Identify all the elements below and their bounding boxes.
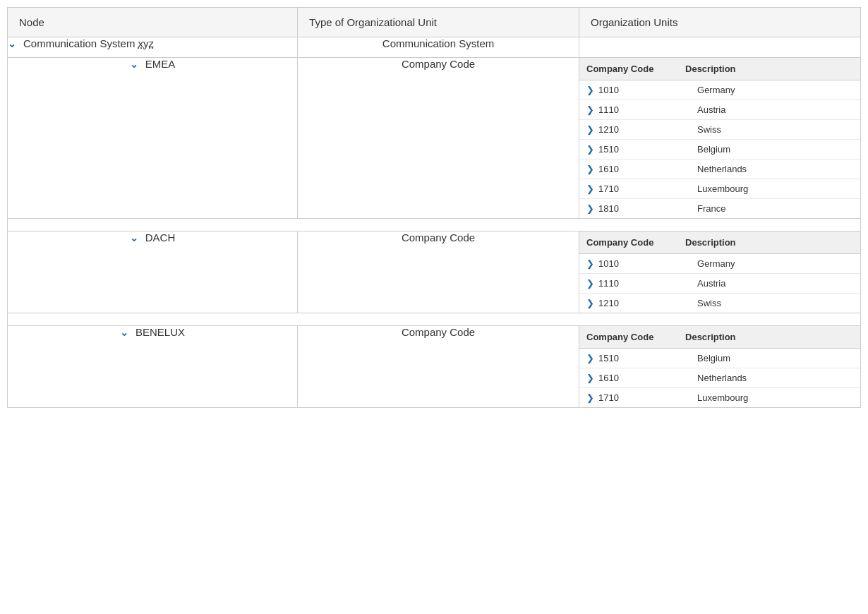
- type-cell-benelux: Company Code: [298, 326, 579, 408]
- org-unit-row: ❯ 1010 Germany: [579, 254, 860, 274]
- org-unit-description: Swiss: [697, 298, 853, 308]
- org-unit-code: 1610: [598, 164, 697, 174]
- table-row-dach: ⌄ DACH Company Code Company Code Descrip…: [8, 231, 861, 313]
- org-code-header: Company Code: [586, 64, 685, 74]
- type-label-comm-system: Communication System: [382, 37, 494, 49]
- chevron-right-icon[interactable]: ❯: [586, 258, 594, 269]
- node-cell-comm-system: ⌄ Communication System xyz: [8, 37, 298, 58]
- chevron-right-icon[interactable]: ❯: [586, 144, 594, 155]
- node-label-benelux: BENELUX: [135, 326, 185, 338]
- chevron-right-icon[interactable]: ❯: [586, 278, 594, 289]
- org-unit-description: Germany: [697, 85, 853, 95]
- chevron-right-icon[interactable]: ❯: [586, 203, 594, 214]
- org-units-header-dach: Company Code Description: [579, 231, 860, 254]
- org-unit-description: Netherlands: [697, 373, 853, 383]
- chevron-down-icon[interactable]: ⌄: [130, 59, 138, 70]
- org-unit-code: 1510: [598, 144, 697, 155]
- org-unit-row: ❯ 1510 Belgium: [579, 140, 860, 159]
- chevron-right-icon[interactable]: ❯: [586, 183, 594, 194]
- chevron-right-icon[interactable]: ❯: [586, 104, 594, 115]
- chevron-right-icon[interactable]: ❯: [586, 124, 594, 135]
- org-unit-row: ❯ 1510 Belgium: [579, 349, 860, 368]
- col-header-type: Type of Organizational Unit: [298, 8, 579, 37]
- chevron-right-icon[interactable]: ❯: [586, 298, 594, 308]
- chevron-right-icon[interactable]: ❯: [586, 164, 594, 174]
- org-unit-description: Germany: [697, 258, 853, 269]
- type-label-dach: Company Code: [402, 231, 475, 243]
- org-units-header-emea: Company Code Description: [579, 58, 860, 80]
- org-unit-row: ❯ 1210 Swiss: [579, 120, 860, 140]
- chevron-right-icon[interactable]: ❯: [586, 85, 594, 95]
- org-unit-row: ❯ 1210 Swiss: [579, 294, 860, 313]
- node-cell-benelux: ⌄ BENELUX: [8, 326, 298, 408]
- org-units-cell-emea: Company Code Description ❯ 1010 Germany …: [579, 58, 861, 219]
- org-desc-header: Description: [685, 332, 853, 342]
- org-unit-code: 1110: [598, 278, 697, 289]
- org-unit-row: ❯ 1710 Luxembourg: [579, 179, 860, 199]
- org-unit-description: Austria: [697, 278, 853, 289]
- org-unit-code: 1810: [598, 203, 697, 214]
- org-unit-code: 1110: [598, 104, 697, 115]
- type-label-benelux: Company Code: [402, 326, 475, 338]
- org-unit-description: Belgium: [697, 144, 853, 155]
- table-row-emea: ⌄ EMEA Company Code Company Code Descrip…: [8, 58, 861, 219]
- table-row-comm-system: ⌄ Communication System xyz Communication…: [8, 37, 861, 58]
- org-unit-description: Luxembourg: [697, 392, 853, 403]
- org-code-header: Company Code: [586, 332, 685, 342]
- col-header-node: Node: [8, 8, 298, 37]
- org-unit-description: Austria: [697, 104, 853, 115]
- org-unit-row: ❯ 1810 France: [579, 199, 860, 218]
- org-unit-description: Swiss: [697, 124, 853, 135]
- org-unit-row: ❯ 1110 Austria: [579, 274, 860, 294]
- type-cell-comm-system: Communication System: [298, 37, 579, 58]
- org-unit-row: ❯ 1610 Netherlands: [579, 368, 860, 388]
- org-unit-code: 1710: [598, 392, 697, 403]
- org-unit-code: 1010: [598, 258, 697, 269]
- org-desc-header: Description: [685, 64, 853, 74]
- org-units-header-benelux: Company Code Description: [579, 326, 860, 349]
- org-units-cell-dach: Company Code Description ❯ 1010 Germany …: [579, 231, 861, 313]
- org-table: Node Type of Organizational Unit Organiz…: [7, 7, 861, 408]
- org-unit-code: 1710: [598, 183, 697, 194]
- node-cell-emea: ⌄ EMEA: [8, 58, 298, 219]
- type-label-emea: Company Code: [402, 58, 475, 70]
- org-unit-code: 1010: [598, 85, 697, 95]
- chevron-down-icon[interactable]: ⌄: [8, 38, 16, 49]
- org-unit-code: 1210: [598, 298, 697, 308]
- org-units-cell-comm-system: [579, 37, 861, 58]
- org-unit-code: 1510: [598, 353, 697, 363]
- org-unit-row: ❯ 1010 Germany: [579, 80, 860, 100]
- chevron-down-icon[interactable]: ⌄: [120, 327, 128, 338]
- chevron-down-icon[interactable]: ⌄: [130, 232, 138, 243]
- org-unit-description: Luxembourg: [697, 183, 853, 194]
- org-unit-description: Netherlands: [697, 164, 853, 174]
- chevron-right-icon[interactable]: ❯: [586, 373, 594, 383]
- org-unit-code: 1210: [598, 124, 697, 135]
- org-desc-header: Description: [685, 237, 853, 248]
- org-unit-row: ❯ 1110 Austria: [579, 100, 860, 120]
- org-unit-row: ❯ 1710 Luxembourg: [579, 388, 860, 407]
- org-unit-description: France: [697, 203, 853, 214]
- table-row-benelux: ⌄ BENELUX Company Code Company Code Desc…: [8, 326, 861, 408]
- node-cell-dach: ⌄ DACH: [8, 231, 298, 313]
- chevron-right-icon[interactable]: ❯: [586, 353, 594, 363]
- type-cell-emea: Company Code: [298, 58, 579, 219]
- node-label-dach: DACH: [145, 231, 176, 243]
- org-code-header: Company Code: [586, 237, 685, 248]
- type-cell-dach: Company Code: [298, 231, 579, 313]
- org-unit-description: Belgium: [697, 353, 853, 363]
- col-header-org-units: Organization Units: [579, 8, 861, 37]
- chevron-right-icon[interactable]: ❯: [586, 392, 594, 403]
- node-label-comm-system: Communication System xyz: [23, 37, 154, 49]
- org-units-cell-benelux: Company Code Description ❯ 1510 Belgium …: [579, 326, 861, 408]
- node-label-emea: EMEA: [145, 58, 176, 70]
- org-unit-code: 1610: [598, 373, 697, 383]
- org-unit-row: ❯ 1610 Netherlands: [579, 159, 860, 179]
